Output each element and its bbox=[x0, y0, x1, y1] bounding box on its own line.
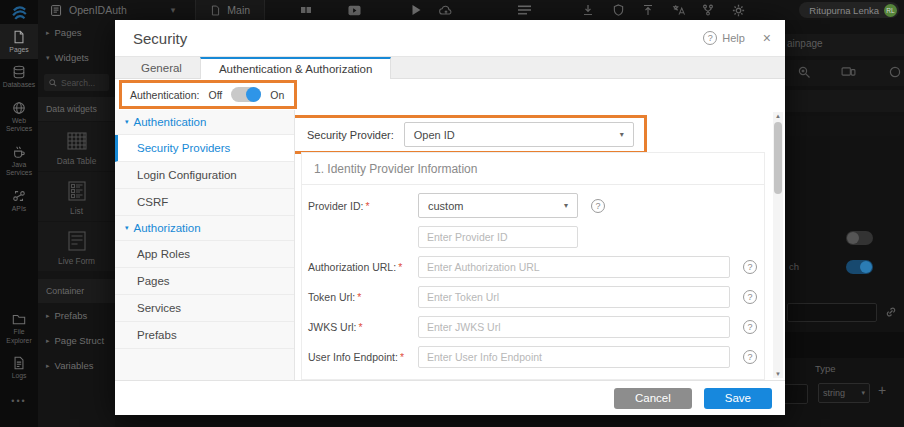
tree-item-label: Widgets bbox=[55, 52, 89, 63]
scroll-down-icon[interactable]: ▼ bbox=[773, 371, 783, 377]
property-toggle-off[interactable] bbox=[846, 231, 873, 245]
help-button[interactable]: ? Help bbox=[703, 31, 745, 45]
rail-item-file-explorer[interactable]: File Explorer bbox=[0, 306, 38, 350]
rail-item-web-services[interactable]: Web Services bbox=[0, 95, 38, 139]
folder-icon bbox=[12, 312, 26, 326]
chevron-down-icon: ▾ bbox=[125, 118, 129, 126]
scroll-up-icon[interactable]: ▲ bbox=[773, 113, 783, 119]
dialog-header: Security ? Help × bbox=[115, 20, 785, 56]
page-tab-main[interactable]: Main bbox=[195, 0, 265, 20]
toggle-knob bbox=[847, 232, 859, 244]
provider-id-select[interactable]: custom ▾ bbox=[418, 193, 578, 218]
help-circle-icon[interactable]: ? bbox=[743, 350, 757, 364]
settings-gear-icon[interactable] bbox=[723, 4, 753, 17]
property-toggle-on[interactable] bbox=[846, 260, 873, 274]
download-icon[interactable] bbox=[573, 4, 603, 16]
content-scrollbar[interactable]: ▲ ▼ bbox=[773, 112, 783, 378]
nav-item-services[interactable]: Services bbox=[115, 295, 294, 322]
video-tutorial-icon[interactable] bbox=[339, 5, 369, 16]
tree-item-prefabs[interactable]: ▸ Prefabs bbox=[38, 303, 115, 328]
rail-item-label: Pages bbox=[9, 46, 28, 54]
nav-item-login-configuration[interactable]: Login Configuration bbox=[115, 162, 294, 189]
widget-list[interactable]: List bbox=[38, 172, 115, 221]
jwks-url-input[interactable] bbox=[418, 316, 730, 338]
help-circle-icon[interactable]: ? bbox=[743, 320, 757, 334]
upload-export-icon[interactable] bbox=[633, 4, 663, 16]
close-icon[interactable]: × bbox=[763, 30, 771, 46]
required-asterisk: * bbox=[400, 351, 404, 363]
type-select[interactable]: string ▾ bbox=[818, 383, 870, 403]
translate-icon[interactable] bbox=[663, 4, 693, 16]
tree-item-page-structure[interactable]: ▸ Page Struct bbox=[38, 328, 115, 353]
required-asterisk: * bbox=[398, 261, 402, 273]
nav-section-label: Authorization bbox=[134, 222, 201, 234]
required-asterisk: * bbox=[365, 200, 369, 212]
cancel-button[interactable]: Cancel bbox=[614, 388, 692, 409]
run-play-icon[interactable] bbox=[401, 4, 431, 16]
nav-item-app-roles[interactable]: App Roles bbox=[115, 241, 294, 268]
nav-item-pages[interactable]: Pages bbox=[115, 268, 294, 295]
tab-authentication-authorization[interactable]: Authentication & Authorization bbox=[200, 57, 391, 79]
layout-columns-icon[interactable] bbox=[291, 4, 321, 16]
rail-item-apis[interactable]: APIs bbox=[0, 183, 38, 218]
device-preview-icon[interactable] bbox=[841, 66, 856, 77]
required-asterisk: * bbox=[358, 321, 362, 333]
authentication-toggle[interactable] bbox=[231, 87, 261, 102]
section-header-container: Container bbox=[38, 279, 115, 303]
security-provider-select[interactable]: Open ID ▾ bbox=[404, 122, 634, 147]
version-branch-icon[interactable] bbox=[693, 4, 723, 16]
tree-item-pages[interactable]: ▸ Pages bbox=[38, 20, 115, 45]
property-input[interactable] bbox=[787, 303, 877, 322]
security-dialog: Security ? Help × General Authentication… bbox=[115, 20, 785, 415]
save-button[interactable]: Save bbox=[704, 388, 772, 409]
scrollbar-thumb[interactable] bbox=[774, 122, 782, 194]
orientation-icon[interactable] bbox=[889, 66, 901, 78]
widget-live-form[interactable]: Live Form bbox=[38, 222, 115, 271]
rail-item-databases[interactable]: Databases bbox=[0, 59, 38, 94]
chevron-right-icon: ▸ bbox=[46, 362, 50, 370]
provider-id-input[interactable] bbox=[418, 226, 578, 248]
token-url-input[interactable] bbox=[418, 286, 730, 308]
help-circle-icon[interactable]: ? bbox=[743, 260, 757, 274]
type-column-label: Type bbox=[815, 363, 836, 374]
tree-item-widgets[interactable]: ▾ Widgets bbox=[38, 45, 115, 70]
rail-item-label: APIs bbox=[12, 205, 26, 213]
security-shield-icon[interactable] bbox=[603, 4, 633, 16]
coffee-cup-icon bbox=[12, 145, 26, 159]
widget-search-input[interactable]: Search... bbox=[44, 74, 109, 91]
menu-list-icon[interactable] bbox=[509, 5, 539, 15]
help-circle-icon[interactable]: ? bbox=[743, 290, 757, 304]
chevron-down-icon[interactable]: ▾ bbox=[171, 5, 176, 15]
nav-section-authorization[interactable]: ▾ Authorization bbox=[115, 216, 294, 241]
provider-id-value: custom bbox=[428, 200, 463, 212]
authorization-url-input[interactable] bbox=[418, 256, 730, 278]
rail-item-logs[interactable]: Logs bbox=[0, 350, 38, 385]
nav-item-security-providers[interactable]: Security Providers bbox=[115, 135, 294, 162]
nav-item-csrf[interactable]: CSRF bbox=[115, 189, 294, 216]
help-circle-icon[interactable]: ? bbox=[591, 199, 605, 213]
tree-item-variables[interactable]: ▸ Variables bbox=[38, 353, 115, 378]
widget-data-table[interactable]: Data Table bbox=[38, 122, 115, 171]
project-switcher[interactable]: OpenIDAuth bbox=[50, 4, 127, 17]
bind-link-icon[interactable] bbox=[885, 306, 897, 318]
topbar-icons bbox=[291, 4, 753, 17]
tab-general[interactable]: General bbox=[123, 57, 200, 78]
user-menu[interactable]: Ritupurna Lenka RL bbox=[799, 2, 899, 18]
add-param-button[interactable]: + bbox=[878, 382, 886, 398]
list-icon bbox=[65, 179, 89, 203]
nav-item-prefabs[interactable]: Prefabs bbox=[115, 322, 294, 349]
security-provider-label: Security Provider: bbox=[307, 129, 394, 141]
property-label-partial: ch bbox=[789, 261, 799, 272]
rail-item-pages[interactable]: Pages bbox=[0, 24, 38, 59]
zoom-cancel-icon[interactable] bbox=[798, 66, 811, 79]
page-tab-label: Main bbox=[227, 4, 250, 16]
project-icon bbox=[50, 4, 63, 17]
nav-section-authentication[interactable]: ▾ Authentication bbox=[115, 110, 294, 135]
rail-item-java-services[interactable]: Java Services bbox=[0, 139, 38, 183]
user-info-endpoint-input[interactable] bbox=[418, 346, 730, 368]
rail-overflow-dots[interactable]: ••• bbox=[0, 396, 38, 406]
cloud-deploy-icon[interactable] bbox=[431, 5, 461, 16]
form-row-user-info-endpoint: User Info Endpoint:* ? bbox=[302, 346, 764, 368]
help-circle-icon: ? bbox=[703, 31, 717, 45]
app-logo-icon[interactable] bbox=[0, 0, 38, 24]
